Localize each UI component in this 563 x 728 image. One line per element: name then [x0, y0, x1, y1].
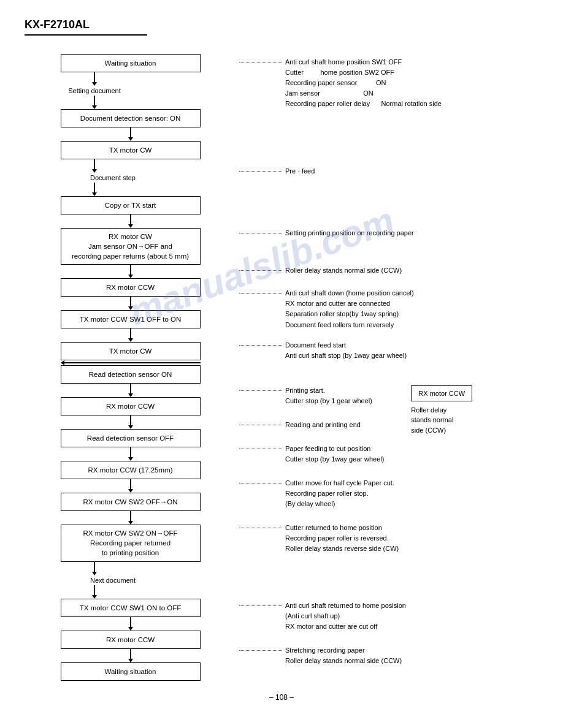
spacer-6: [239, 361, 538, 385]
ann-waiting1-text: Anti curl shaft home position SW1 OFFCut…: [285, 57, 442, 109]
ann-waiting1-row: Anti curl shaft home position SW1 OFFCut…: [239, 57, 538, 109]
dot-rx-ccw3: [239, 650, 282, 651]
spacer-10: [239, 509, 399, 523]
box-copy-tx: Copy or TX start: [61, 196, 201, 214]
spacer-12: [239, 632, 538, 645]
box-rx-cw-sw2-off: RX motor CW SW2 ON→OFF Recording paper r…: [61, 525, 201, 561]
ann-tx-ccw-sw1: Anti curl shaft down (home position canc…: [239, 288, 538, 330]
dot-rx-ccw2: [239, 390, 282, 391]
ann-rx-cw-sw2-off-text: Cutter returned to home positionRecordin…: [285, 523, 399, 554]
model-name: KX-F2710AL: [25, 18, 90, 31]
feedback-loop: RX motor CCW Roller delaystands normalsi…: [411, 385, 472, 436]
box-rx-ccw2: RX motor CCW: [61, 397, 201, 415]
ann-tx-cw2-row: Document feed startAnti curl shaft stop …: [239, 340, 538, 361]
dot-waiting1: [239, 62, 282, 63]
left-flow: Waiting situation Setting document Docum…: [25, 54, 236, 681]
box-rx-ccw1: RX motor CCW: [61, 278, 201, 297]
step-tx-cw2: TX motor CW: [25, 342, 236, 360]
ann-rx-ccw2-row: Printing start.Cutter stop (by 1 gear wh…: [239, 385, 399, 406]
spacer-11: [239, 554, 538, 601]
ann-tx-ccw-sw1-off: Anti curl shaft returned to home posisio…: [239, 601, 538, 632]
dot-tx-cw1: [239, 171, 282, 172]
feedback-box: RX motor CCW: [411, 385, 472, 401]
step-waiting1: Waiting situation: [25, 54, 236, 72]
box-waiting1: Waiting situation: [61, 54, 201, 72]
step-read-off: Read detection sensor OFF: [25, 429, 236, 447]
spacer-7: [239, 406, 399, 420]
step-copy-tx: Copy or TX start: [25, 196, 236, 214]
box-rx-ccw-17: RX motor CCW (17.25mm): [61, 461, 201, 479]
ann-rx-cw-jam: Setting printing position on recording p…: [239, 228, 538, 238]
ann-tx-cw1-row: Pre - feed: [239, 166, 538, 176]
ann-rx-cw-jam-text: Setting printing position on recording p…: [285, 228, 414, 238]
spacer-8: [239, 430, 399, 444]
step-tx-ccw-sw1: TX motor CCW SW1 OFF to ON: [25, 310, 236, 328]
dot-read-off: [239, 425, 282, 425]
dot-rx-ccw1: [239, 270, 282, 271]
ann-rx-ccw3-text: Stretching recording paperRoller delay s…: [285, 645, 402, 666]
ann-rx-cw-jam-row: Setting printing position on recording p…: [239, 228, 538, 238]
page-number: – 108 –: [269, 693, 294, 702]
box-waiting2: Waiting situation: [61, 662, 201, 681]
step-rx-ccw2: RX motor CCW: [25, 397, 236, 415]
box-tx-ccw-sw1-off: TX motor CCW SW1 ON to OFF: [61, 599, 201, 617]
ann-tx-ccw-sw1-off-text: Anti curl shaft returned to home posisio…: [285, 601, 406, 632]
box-tx-ccw-sw1: TX motor CCW SW1 OFF to ON: [61, 310, 201, 328]
ann-tx-cw2: Document feed startAnti curl shaft stop …: [239, 340, 538, 361]
ann-rx-ccw3: Stretching recording paperRoller delay s…: [239, 645, 538, 666]
spacer-9: [239, 464, 399, 478]
step-doc-detect: Document detection sensor: ON: [25, 109, 236, 127]
step-rx-cw-sw2: RX motor CW SW2 OFF→ON: [25, 493, 236, 511]
step-rx-cw-sw2-off: RX motor CW SW2 ON→OFF Recording paper r…: [25, 525, 236, 561]
box-rx-cw-sw2: RX motor CW SW2 OFF→ON: [61, 493, 201, 511]
box-tx-cw1: TX motor CW: [61, 141, 201, 159]
ann-rx-ccw3-row: Stretching recording paperRoller delay s…: [239, 645, 538, 666]
box-read-on: Read detection sensor ON: [61, 365, 201, 384]
spacer-1: [239, 109, 538, 163]
step-tx-ccw-sw1-off: TX motor CCW SW1 ON to OFF: [25, 599, 236, 617]
ann-rx-ccw-17-text: Paper feeding to cut positionCutter stop…: [285, 444, 384, 464]
dot-tx-cw2: [239, 345, 282, 346]
step-read-on: Read detection sensor ON: [25, 365, 236, 384]
step-rx-ccw-17: RX motor CCW (17.25mm): [25, 461, 236, 479]
box-tx-cw2: TX motor CW: [61, 342, 201, 360]
spacer-5: [239, 330, 538, 340]
ann-rx-ccw2-area: Printing start.Cutter stop (by 1 gear wh…: [239, 385, 538, 555]
ann-rx-ccw1-text: Roller delay stands normal side (CCW): [285, 265, 402, 276]
spacer-3: [239, 238, 538, 265]
box-rx-cw-jam: RX motor CW Jam sensor ON→OFF and record…: [61, 228, 201, 265]
header: KX-F2710AL: [25, 18, 147, 36]
box-doc-detect: Document detection sensor: ON: [61, 109, 201, 127]
page-footer: – 108 –: [25, 693, 538, 702]
ann-rx-ccw-17-row: Paper feeding to cut positionCutter stop…: [239, 444, 399, 464]
ann-tx-cw1: Pre - feed: [239, 166, 538, 176]
dot-rx-cw-sw2: [239, 483, 282, 483]
dot-tx-ccw-sw1: [239, 293, 282, 294]
ann-rx-ccw2: Printing start.Cutter stop (by 1 gear wh…: [239, 385, 399, 555]
diagram: Waiting situation Setting document Docum…: [25, 54, 538, 681]
dot-rx-cw-sw2-off: [239, 528, 282, 528]
ann-read-off-row: Reading and printing end: [239, 420, 399, 430]
step-rx-cw-jam: RX motor CW Jam sensor ON→OFF and record…: [25, 228, 236, 265]
ann-tx-ccw-sw1-text: Anti curl shaft down (home position canc…: [285, 288, 414, 330]
step-rx-ccw3: RX motor CCW: [25, 631, 236, 649]
ann-tx-cw1-text: Pre - feed: [285, 166, 315, 176]
ann-tx-ccw-sw1-off-row: Anti curl shaft returned to home posisio…: [239, 601, 538, 632]
dot-rx-ccw-17: [239, 449, 282, 449]
ann-rx-cw-sw2-off-row: Cutter returned to home positionRecordin…: [239, 523, 399, 554]
box-rx-ccw3: RX motor CCW: [61, 631, 201, 649]
ann-rx-cw-sw2-text: Cutter move for half cycle Paper cut.Rec…: [285, 478, 394, 509]
spacer-4: [239, 276, 538, 288]
dot-tx-ccw-sw1-off: [239, 605, 282, 606]
ann-tx-ccw-sw1-row: Anti curl shaft down (home position canc…: [239, 288, 538, 330]
step-tx-cw1: TX motor CW: [25, 141, 236, 159]
spacer-2: [239, 176, 538, 222]
ann-tx-cw2-text: Document feed startAnti curl shaft stop …: [285, 340, 407, 361]
feedback-side-note: Roller delaystands normalside (CCW): [411, 405, 472, 436]
step-rx-ccw1: RX motor CCW: [25, 278, 236, 297]
ann-rx-ccw1-row: Roller delay stands normal side (CCW): [239, 265, 538, 276]
page: KX-F2710AL manualslib.com Waiting situat…: [0, 0, 563, 728]
step-waiting2: Waiting situation: [25, 662, 236, 681]
dot-rx-cw-jam: [239, 233, 282, 233]
box-read-off: Read detection sensor OFF: [61, 429, 201, 447]
